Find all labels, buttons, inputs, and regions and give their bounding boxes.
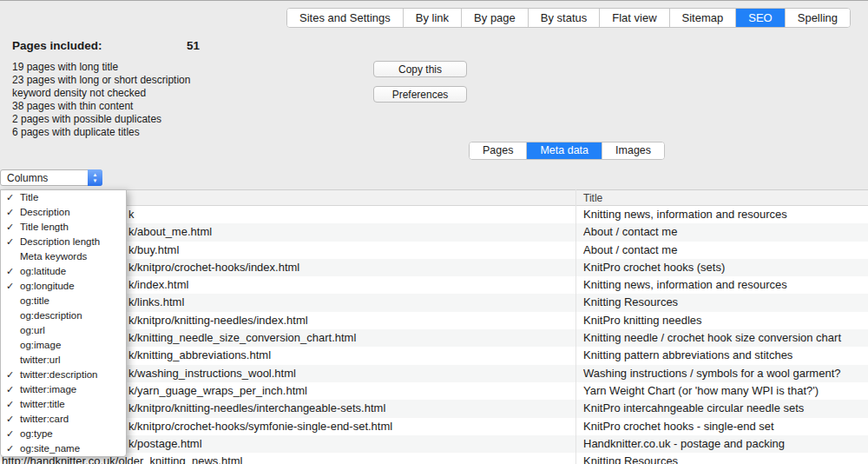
table-row[interactable]: http://handknitter.co.uk/older_knitting_…: [0, 453, 868, 464]
summary-line-possible-duplicates: 2 pages with possible duplicates: [12, 113, 359, 126]
menu-item-label: og:site_name: [20, 443, 80, 454]
table-body: k Knitting news, information and resourc…: [0, 206, 868, 464]
tab-pages[interactable]: Pages: [470, 143, 527, 159]
menu-item-meta-keywords[interactable]: Meta keywords: [1, 249, 126, 264]
menu-item-og-latitude[interactable]: ✓ og:latitude: [1, 264, 126, 279]
menu-item-label: og:image: [20, 340, 61, 350]
menu-item-twitter-card[interactable]: ✓ twitter:card: [1, 412, 126, 427]
menu-item-og-longitude[interactable]: ✓ og:longitude: [1, 279, 126, 294]
cell-url: k/knitting_abbreviations.html: [128, 347, 271, 364]
window-top-border: [0, 0, 868, 1]
cell-title: Handknitter.co.uk - postage and packing: [583, 435, 785, 453]
tab-seo[interactable]: SEO: [736, 9, 785, 27]
tab-sitemap[interactable]: Sitemap: [670, 9, 737, 27]
columns-dropdown[interactable]: Columns ▲ ▼: [0, 169, 102, 186]
summary-line-long-title: 19 pages with long title: [12, 61, 359, 74]
menu-item-description[interactable]: ✓ Description: [1, 205, 126, 220]
table-row[interactable]: k/knitpro/knitting-needles/index.html Kn…: [0, 312, 868, 329]
menu-item-og-description[interactable]: og:description: [1, 308, 126, 323]
table-row[interactable]: k/index.html Knitting news, information …: [0, 276, 868, 294]
menu-item-label: og:title: [20, 295, 49, 306]
cell-url: k/knitpro/crochet-hooks/index.html: [128, 259, 299, 276]
column-divider[interactable]: [575, 189, 576, 464]
menu-item-label: Description: [20, 207, 70, 217]
table-header-row[interactable]: Title: [0, 189, 868, 206]
cell-title: Knitting needle / crochet hook size conv…: [583, 329, 841, 347]
cell-title: KnitPro crochet hooks (sets): [583, 259, 725, 276]
cell-url: k/knitpro/knitting-needles/index.html: [128, 312, 308, 329]
tab-by-link[interactable]: By link: [404, 9, 462, 27]
table-row[interactable]: k/yarn_guage_wraps_per_inch.html Yarn We…: [0, 382, 868, 400]
table-row[interactable]: k Knitting news, information and resourc…: [0, 206, 868, 223]
tab-spelling[interactable]: Spelling: [786, 9, 850, 27]
summary-line-keyword-density: keyword density not checked: [12, 87, 359, 100]
menu-item-twitter-title[interactable]: ✓ twitter:title: [1, 397, 126, 412]
table-row[interactable]: k/postage.html Handknitter.co.uk - posta…: [0, 435, 868, 453]
tab-images[interactable]: Images: [602, 143, 664, 159]
pages-included-count: 51: [187, 39, 200, 52]
data-view-tab-bar: Pages Meta data Images: [469, 142, 665, 160]
cell-url: k/index.html: [128, 276, 188, 294]
table-row[interactable]: k/knitpro/crochet-hooks/symfonie-single-…: [0, 418, 868, 435]
menu-item-label: og:description: [20, 310, 82, 321]
results-table: Title k Knitting news, information and r…: [0, 189, 868, 464]
checkmark-icon: ✓: [6, 205, 14, 220]
tab-by-status[interactable]: By status: [529, 9, 600, 27]
cell-title: Knitting pattern abbreviations and stitc…: [583, 347, 792, 364]
table-row[interactable]: k/links.html Knitting Resources: [0, 294, 868, 311]
checkmark-icon: ✓: [6, 368, 14, 382]
copy-this-button[interactable]: Copy this: [373, 61, 467, 77]
menu-item-og-image[interactable]: og:image: [1, 338, 126, 353]
summary-line-description: 23 pages with long or short description: [12, 74, 359, 87]
cell-url: k/buy.html: [128, 242, 179, 259]
cell-url: k/yarn_guage_wraps_per_inch.html: [128, 382, 307, 400]
menu-item-label: og:longitude: [20, 281, 75, 291]
menu-item-og-site-name[interactable]: ✓ og:site_name: [1, 441, 126, 456]
cell-title: Knitting news, information and resources: [583, 276, 787, 294]
seo-results-window: { "colors": { "accent": "#2181f8", "wind…: [0, 0, 868, 464]
menu-item-label: Title length: [20, 222, 69, 232]
summary-line-duplicate-titles: 6 pages with duplicate titles: [12, 126, 359, 139]
menu-item-twitter-url[interactable]: twitter:url: [1, 353, 126, 368]
checkmark-icon: ✓: [6, 412, 14, 427]
table-row[interactable]: k/knitting_needle_size_conversion_chart.…: [0, 329, 868, 347]
menu-item-og-type[interactable]: ✓ og:type: [1, 427, 126, 441]
checkmark-icon: ✓: [6, 427, 14, 441]
menu-item-twitter-description[interactable]: ✓ twitter:description: [1, 368, 126, 382]
menu-item-twitter-image[interactable]: ✓ twitter:image: [1, 382, 126, 397]
menu-item-title-length[interactable]: ✓ Title length: [1, 220, 126, 235]
tab-by-page[interactable]: By page: [462, 9, 529, 27]
cell-title: About / contact me: [583, 242, 677, 259]
table-row[interactable]: k/knitpro/knitting-needles/interchangeab…: [0, 400, 868, 417]
checkmark-icon: ✓: [6, 235, 14, 249]
columns-dropdown-label: Columns: [7, 172, 48, 184]
tab-sites-and-settings[interactable]: Sites and Settings: [287, 9, 404, 27]
table-row[interactable]: k/buy.html About / contact me: [0, 242, 868, 259]
checkmark-icon: ✓: [6, 382, 14, 397]
cell-url: k: [128, 206, 135, 223]
menu-item-og-url[interactable]: og:url: [1, 323, 126, 338]
menu-item-description-length[interactable]: ✓ Description length: [1, 235, 126, 249]
menu-item-title[interactable]: ✓ Title: [1, 190, 126, 205]
column-header-title[interactable]: Title: [583, 192, 602, 204]
cell-url: k/links.html: [128, 294, 184, 311]
cell-title: About / contact me: [583, 223, 677, 241]
pages-included-label: Pages included:: [12, 39, 102, 52]
table-row[interactable]: k/knitting_abbreviations.html Knitting p…: [0, 347, 868, 364]
table-row[interactable]: k/about_me.html About / contact me: [0, 223, 868, 241]
table-row[interactable]: k/knitpro/crochet-hooks/index.html KnitP…: [0, 259, 868, 276]
arrow-up-icon: ▲: [88, 172, 102, 177]
menu-item-label: twitter:image: [20, 384, 76, 394]
table-row[interactable]: k/washing_instructions_wool.html Washing…: [0, 365, 868, 382]
menu-item-og-title[interactable]: og:title: [1, 294, 126, 308]
tab-flat-view[interactable]: Flat view: [600, 9, 669, 27]
cell-title: KnitPro intercahngeable circular needle …: [583, 400, 804, 417]
tab-meta-data[interactable]: Meta data: [527, 143, 602, 159]
preferences-button[interactable]: Preferences: [373, 86, 467, 103]
menu-item-label: og:latitude: [20, 266, 66, 276]
arrow-down-icon: ▼: [88, 178, 102, 183]
cell-title: Yarn Weight Chart (or 'how many WPI is t…: [583, 382, 819, 400]
cell-title: Knitting Resources: [583, 453, 678, 464]
checkmark-icon: ✓: [6, 264, 14, 279]
seo-summary-panel: Pages included: 51 19 pages with long ti…: [12, 39, 359, 139]
